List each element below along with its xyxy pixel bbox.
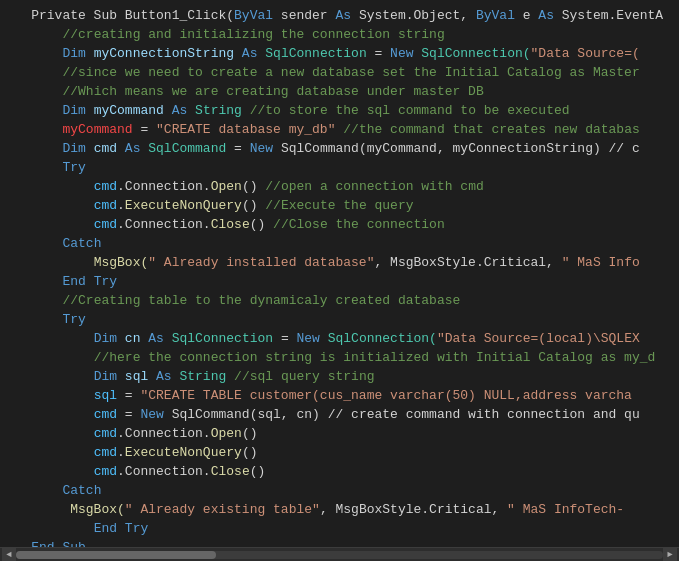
- code-line: Try: [0, 158, 679, 177]
- code-segment: System.Object,: [351, 8, 476, 23]
- code-segment: //Execute the query: [265, 198, 413, 213]
- code-segment: SqlCommand(myCommand, myConnectionString…: [273, 141, 640, 156]
- code-segment: "CREATE TABLE customer(cus_name varchar(…: [140, 388, 631, 403]
- code-segment: [0, 255, 94, 270]
- line-content: cmd = New SqlCommand(sql, cn) // create …: [0, 405, 640, 424]
- line-content: //here the connection string is initiali…: [0, 348, 655, 367]
- code-segment: .: [117, 464, 125, 479]
- code-segment: sender: [273, 8, 335, 23]
- scrollbar-track[interactable]: [16, 551, 663, 559]
- scrollbar-thumb[interactable]: [16, 551, 216, 559]
- code-segment: cmd: [94, 426, 117, 441]
- line-content: End Sub: [0, 538, 86, 547]
- code-segment: sql: [94, 388, 117, 403]
- code-line: Dim myCommand As String //to store the s…: [0, 101, 679, 120]
- code-segment: String: [195, 103, 242, 118]
- code-segment: SqlConnection: [265, 46, 366, 61]
- code-segment: .: [203, 426, 211, 441]
- line-content: //since we need to create a new database…: [0, 63, 640, 82]
- code-segment: myConnectionString: [86, 46, 242, 61]
- code-segment: (): [250, 464, 266, 479]
- code-segment: Open: [211, 426, 242, 441]
- code-segment: ByVal: [476, 8, 515, 23]
- code-segment: (): [242, 179, 265, 194]
- code-segment: .: [203, 179, 211, 194]
- line-content: //Which means we are creating database u…: [0, 82, 484, 101]
- line-content: Dim sql As String //sql query string: [0, 367, 375, 386]
- code-segment: , MsgBoxStyle.Critical,: [374, 255, 561, 270]
- line-content: //Creating table to the dynamicaly creat…: [0, 291, 460, 310]
- code-segment: MsgBox(: [70, 502, 125, 517]
- code-segment: .: [203, 464, 211, 479]
- code-segment: [0, 445, 94, 460]
- code-line: //Creating table to the dynamicaly creat…: [0, 291, 679, 310]
- code-segment: [0, 540, 31, 547]
- code-segment: [0, 122, 62, 137]
- code-segment: [0, 350, 94, 365]
- code-segment: cmd: [94, 445, 117, 460]
- code-segment: //the command that creates new databas: [343, 122, 639, 137]
- code-segment: End Sub: [31, 540, 86, 547]
- line-content: End Try: [0, 519, 148, 538]
- code-segment: [187, 103, 195, 118]
- line-content: cmd.Connection.Open(): [0, 424, 258, 443]
- code-segment: New: [390, 46, 413, 61]
- code-line: Dim sql As String //sql query string: [0, 367, 679, 386]
- code-line: //creating and initializing the connecti…: [0, 25, 679, 44]
- code-segment: As: [156, 369, 172, 384]
- code-segment: (): [242, 445, 258, 460]
- code-line: Dim cn As SqlConnection = New SqlConnect…: [0, 329, 679, 348]
- line-content: Try: [0, 158, 86, 177]
- code-segment: =: [226, 141, 249, 156]
- code-segment: [0, 483, 62, 498]
- code-segment: .: [117, 426, 125, 441]
- code-segment: "Data Source=(: [531, 46, 640, 61]
- code-segment: [226, 369, 234, 384]
- code-segment: As: [148, 331, 164, 346]
- code-segment: Connection: [125, 179, 203, 194]
- code-line: End Sub: [0, 538, 679, 547]
- code-segment: [0, 198, 94, 213]
- code-line: cmd.Connection.Close() //Close the conne…: [0, 215, 679, 234]
- code-line: //since we need to create a new database…: [0, 63, 679, 82]
- line-content: cmd.ExecuteNonQuery(): [0, 443, 257, 462]
- code-segment: [0, 312, 62, 327]
- scroll-left-button[interactable]: ◄: [2, 548, 16, 562]
- code-editor: Private Sub Button1_Click(ByVal sender A…: [0, 0, 679, 561]
- line-content: cmd.Connection.Close(): [0, 462, 265, 481]
- code-line: Catch: [0, 481, 679, 500]
- code-segment: cmd: [86, 141, 125, 156]
- code-segment: [0, 464, 94, 479]
- code-segment: (): [250, 217, 273, 232]
- code-segment: New: [297, 331, 320, 346]
- code-segment: Dim: [62, 103, 85, 118]
- code-segment: New: [140, 407, 163, 422]
- code-line: Dim cmd As SqlCommand = New SqlCommand(m…: [0, 139, 679, 158]
- code-area[interactable]: Private Sub Button1_Click(ByVal sender A…: [0, 0, 679, 547]
- line-content: End Try: [0, 272, 117, 291]
- code-segment: Try: [62, 160, 85, 175]
- code-segment: Catch: [62, 483, 101, 498]
- code-segment: [0, 103, 62, 118]
- line-content: myCommand = "CREATE database my_db" //th…: [0, 120, 640, 139]
- code-segment: e: [515, 8, 538, 23]
- code-segment: As: [335, 8, 351, 23]
- code-segment: sql: [117, 369, 156, 384]
- line-content: Private Sub Button1_Click(ByVal sender A…: [0, 6, 663, 25]
- line-content: Dim cn As SqlConnection = New SqlConnect…: [0, 329, 640, 348]
- code-segment: .: [117, 217, 125, 232]
- code-segment: Dim: [62, 46, 85, 61]
- code-segment: cmd: [94, 464, 117, 479]
- code-segment: SqlCommand: [148, 141, 226, 156]
- code-segment: String: [179, 369, 226, 384]
- code-segment: [0, 27, 62, 42]
- code-segment: Dim: [62, 141, 85, 156]
- code-segment: System.EventA: [554, 8, 663, 23]
- code-segment: [0, 407, 94, 422]
- code-line: myCommand = "CREATE database my_db" //th…: [0, 120, 679, 139]
- code-segment: [0, 274, 62, 289]
- code-segment: Close: [211, 217, 250, 232]
- code-line: Private Sub Button1_Click(ByVal sender A…: [0, 6, 679, 25]
- horizontal-scrollbar[interactable]: ◄ ►: [0, 547, 679, 561]
- scroll-right-button[interactable]: ►: [663, 548, 677, 562]
